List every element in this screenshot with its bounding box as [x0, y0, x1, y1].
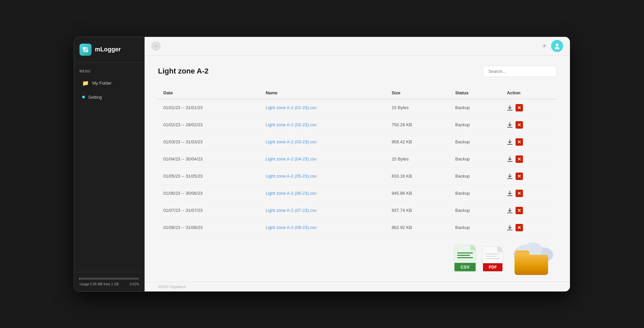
- copyright-text: 2023© Dygistech: [158, 285, 186, 289]
- cell-status: Backup: [450, 99, 501, 116]
- download-button[interactable]: [507, 139, 513, 145]
- file-link[interactable]: Light zone A-2 (01-23).csv: [266, 105, 317, 110]
- app-logo-icon: [79, 44, 92, 56]
- table-row: 01/03/23 -- 31/03/23Light zone A-2 (03-2…: [158, 133, 556, 150]
- search-input[interactable]: [483, 66, 556, 77]
- file-link[interactable]: Light zone A-2 (08-23).csv: [266, 225, 317, 230]
- svg-rect-1: [86, 47, 88, 50]
- table-row: 01/06/23 -- 30/06/23Light zone A-2 (06-2…: [158, 185, 556, 202]
- cell-action: ✕: [501, 168, 556, 185]
- bottom-icons: CSV PDF: [454, 238, 556, 275]
- cell-name: Light zone A-2 (03-23).csv: [260, 133, 386, 150]
- cell-action: ✕: [501, 219, 556, 236]
- action-cell: ✕: [507, 121, 551, 129]
- cell-status: Backup: [450, 202, 501, 219]
- download-button[interactable]: [507, 105, 513, 111]
- file-link[interactable]: Light zone A-2 (03-23).csv: [266, 139, 317, 144]
- cell-size: 958.42 KB: [386, 133, 450, 150]
- folder-shape: [515, 250, 548, 275]
- svg-rect-0: [83, 47, 86, 50]
- cell-date: 01/08/23 -- 31/08/23: [158, 219, 260, 236]
- cloud-folder-icon: [509, 238, 556, 275]
- top-bar-right: ☀: [542, 40, 563, 52]
- cell-name: Light zone A-2 (04-23).csv: [260, 150, 386, 168]
- cell-status: Backup: [450, 133, 501, 150]
- usage-bar-background: [79, 278, 139, 280]
- download-button[interactable]: [507, 156, 513, 162]
- table-header-row: Date Name Size Status Action: [158, 87, 556, 99]
- file-link[interactable]: Light zone A-2 (07-23).csv: [266, 208, 317, 213]
- cell-size: 15 Bytes: [386, 150, 450, 168]
- download-button[interactable]: [507, 190, 513, 196]
- table-row: 01/07/23 -- 31/07/23Light zone A-2 (07-2…: [158, 202, 556, 219]
- action-cell: ✕: [507, 155, 551, 163]
- back-button[interactable]: ←: [151, 41, 161, 51]
- cell-action: ✕: [501, 99, 556, 116]
- delete-button[interactable]: ✕: [516, 190, 523, 197]
- cell-date: 01/01/23 -- 31/01/23: [158, 99, 260, 116]
- file-link[interactable]: Light zone A-2 (04-23).csv: [266, 156, 317, 161]
- col-header-size: Size: [386, 87, 450, 99]
- cell-size: 833.16 KB: [386, 168, 450, 185]
- table-row: 01/01/23 -- 31/01/23Light zone A-2 (01-2…: [158, 99, 556, 116]
- cell-size: 15 Bytes: [386, 99, 450, 116]
- app-name: mLogger: [95, 46, 121, 53]
- cell-date: 01/07/23 -- 31/07/23: [158, 202, 260, 219]
- table-row: 01/02/23 -- 28/02/23Light zone A-2 (02-2…: [158, 116, 556, 133]
- cell-status: Backup: [450, 116, 501, 133]
- cell-date: 01/02/23 -- 28/02/23: [158, 116, 260, 133]
- cell-name: Light zone A-2 (05-23).csv: [260, 168, 386, 185]
- table-row: 01/05/23 -- 31/05/23Light zone A-2 (05-2…: [158, 168, 556, 185]
- delete-button[interactable]: ✕: [516, 224, 523, 231]
- sidebar: mLogger MENU 📁 My Folder Setting Usage 5…: [74, 37, 145, 291]
- theme-toggle-button[interactable]: ☀: [542, 42, 547, 50]
- delete-button[interactable]: ✕: [516, 121, 523, 129]
- delete-button[interactable]: ✕: [516, 104, 523, 111]
- action-cell: ✕: [507, 190, 551, 197]
- svg-point-5: [555, 47, 559, 49]
- table-row: 01/08/23 -- 31/08/23Light zone A-2 (08-2…: [158, 219, 556, 236]
- cell-name: Light zone A-2 (07-23).csv: [260, 202, 386, 219]
- cell-action: ✕: [501, 185, 556, 202]
- sidebar-item-my-folder[interactable]: 📁 My Folder: [77, 77, 142, 90]
- page-title: Light zone A-2: [158, 67, 209, 76]
- col-header-name: Name: [260, 87, 386, 99]
- download-button[interactable]: [507, 173, 513, 179]
- avatar[interactable]: [551, 40, 563, 52]
- dot-icon: [82, 96, 85, 98]
- file-link[interactable]: Light zone A-2 (02-23).csv: [266, 122, 317, 127]
- svg-rect-3: [86, 50, 88, 52]
- file-link[interactable]: Light zone A-2 (06-23).csv: [266, 191, 317, 196]
- cell-status: Backup: [450, 185, 501, 202]
- delete-button[interactable]: ✕: [516, 207, 523, 214]
- usage-percent: 0.62%: [130, 282, 139, 286]
- file-link[interactable]: Light zone A-2 (05-23).csv: [266, 174, 317, 179]
- sidebar-item-setting[interactable]: Setting: [77, 91, 142, 103]
- cell-status: Backup: [450, 150, 501, 168]
- download-button[interactable]: [507, 207, 513, 214]
- table-header: Date Name Size Status Action: [158, 87, 556, 99]
- menu-label: MENU: [74, 63, 145, 76]
- delete-button[interactable]: ✕: [516, 138, 523, 146]
- download-button[interactable]: [507, 122, 513, 128]
- cell-status: Backup: [450, 168, 501, 185]
- sidebar-logo: mLogger: [74, 37, 145, 63]
- cell-size: 945.86 KB: [386, 185, 450, 202]
- sidebar-item-label-setting: Setting: [88, 95, 102, 100]
- usage-amount: Usage 5.95 MB from 1 GB: [79, 282, 119, 286]
- cell-name: Light zone A-2 (01-23).csv: [260, 99, 386, 116]
- action-cell: ✕: [507, 104, 551, 111]
- usage-bar-fill: [79, 278, 80, 280]
- col-header-status: Status: [450, 87, 501, 99]
- delete-button[interactable]: ✕: [516, 173, 523, 180]
- cell-date: 01/04/23 -- 30/04/23: [158, 150, 260, 168]
- delete-button[interactable]: ✕: [516, 155, 523, 163]
- table-body: 01/01/23 -- 31/01/23Light zone A-2 (01-2…: [158, 99, 556, 236]
- download-button[interactable]: [507, 225, 513, 231]
- col-header-action: Action: [501, 87, 556, 99]
- cell-action: ✕: [501, 202, 556, 219]
- cell-size: 937.74 KB: [386, 202, 450, 219]
- action-cell: ✕: [507, 173, 551, 180]
- cell-size: 750.26 KB: [386, 116, 450, 133]
- cell-date: 01/03/23 -- 31/03/23: [158, 133, 260, 150]
